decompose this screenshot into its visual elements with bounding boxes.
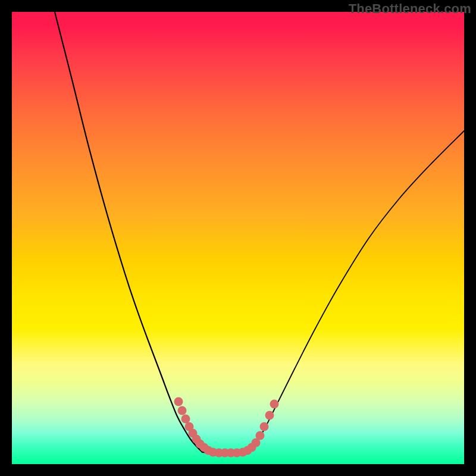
fit-marker	[256, 431, 265, 440]
fit-marker	[265, 411, 274, 420]
fit-marker	[260, 422, 269, 431]
curve-svg	[12, 12, 464, 464]
fit-marker	[174, 397, 183, 406]
fit-marker	[178, 406, 187, 415]
chart-frame: TheBottleneck.com	[0, 0, 476, 476]
fit-markers-group	[174, 397, 279, 458]
fit-marker	[181, 415, 190, 424]
right-curve	[250, 131, 464, 452]
watermark-text: TheBottleneck.com	[349, 1, 471, 17]
fit-marker	[270, 400, 279, 409]
left-curve	[55, 12, 202, 452]
plot-area	[12, 12, 464, 464]
